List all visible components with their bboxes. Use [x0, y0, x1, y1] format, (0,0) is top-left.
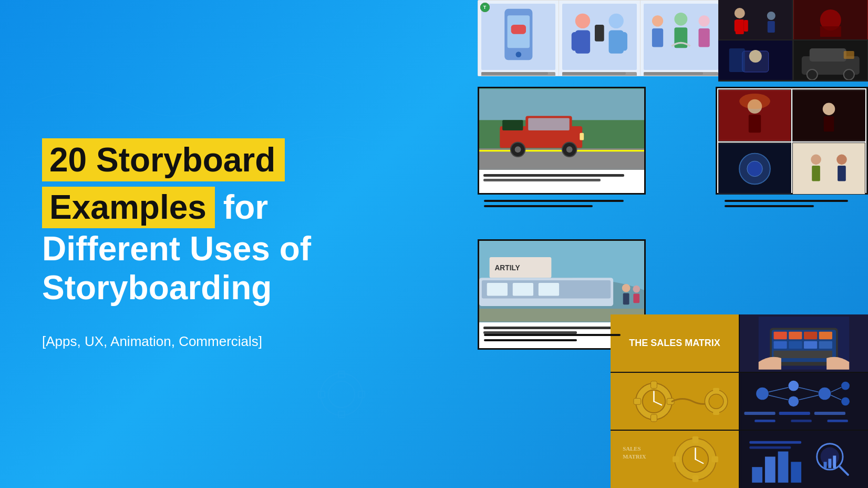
svg-rect-119 — [789, 341, 802, 349]
film-cell-1 — [718, 0, 793, 39]
subtitle-text: [Apps, UX, Animation, Commercials] — [42, 333, 446, 350]
svg-point-62 — [739, 94, 770, 109]
sales-matrix-chart-cell — [740, 431, 868, 488]
car-storyboard-caption — [479, 170, 644, 186]
svg-point-24 — [698, 15, 709, 26]
caption-line-1 — [483, 174, 624, 177]
svg-rect-65 — [824, 116, 834, 131]
ux-panel-img-1 — [481, 4, 556, 70]
caption-line-2 — [483, 179, 601, 181]
svg-point-139 — [788, 396, 799, 406]
svg-point-22 — [674, 13, 687, 26]
svg-rect-126 — [651, 381, 657, 388]
svg-text:SALES: SALES — [623, 445, 640, 452]
ux-panel-text-3 — [644, 72, 718, 76]
comic-storyboard-lines — [718, 196, 868, 211]
svg-rect-116 — [804, 332, 817, 339]
svg-rect-152 — [755, 420, 776, 422]
svg-point-11 — [515, 52, 521, 57]
svg-rect-25 — [698, 28, 709, 47]
svg-point-137 — [756, 387, 769, 400]
svg-rect-48 — [479, 150, 644, 151]
svg-rect-167 — [752, 467, 762, 483]
svg-rect-120 — [804, 341, 817, 349]
film-cell-4 — [793, 40, 868, 80]
svg-rect-35 — [820, 26, 841, 37]
svg-rect-134 — [713, 388, 719, 393]
svg-rect-177 — [749, 441, 801, 444]
ux-panel-2: S — [559, 1, 640, 76]
train-storyboard-image: ARTILY — [479, 241, 644, 322]
separator-line-1 — [484, 200, 624, 202]
svg-rect-47 — [479, 146, 644, 169]
svg-rect-58 — [502, 120, 523, 130]
svg-rect-32 — [768, 21, 775, 33]
svg-rect-71 — [812, 166, 820, 181]
svg-text:MATRIX: MATRIX — [623, 454, 646, 460]
comic-cell-1 — [718, 89, 791, 141]
svg-point-142 — [841, 397, 850, 405]
svg-rect-114 — [773, 332, 787, 339]
svg-rect-18 — [620, 32, 627, 50]
svg-rect-178 — [749, 446, 791, 449]
svg-point-64 — [823, 103, 835, 115]
ux-panel-text-1 — [481, 72, 556, 76]
headline-text-1: 20 Storyboard — [49, 141, 275, 179]
svg-point-83 — [622, 284, 630, 292]
svg-point-44 — [844, 69, 854, 80]
comic-cell-4 — [792, 143, 865, 195]
svg-rect-162 — [673, 456, 679, 463]
svg-rect-63 — [793, 91, 865, 140]
headline-row2: Examples for — [42, 187, 446, 228]
svg-rect-168 — [765, 457, 776, 483]
svg-rect-42 — [810, 48, 846, 62]
svg-rect-149 — [744, 412, 775, 415]
svg-rect-29 — [735, 20, 739, 32]
comic-storyboard-card — [716, 87, 868, 195]
svg-rect-12 — [511, 25, 525, 34]
svg-rect-26 — [719, 0, 792, 39]
sales-matrix-title: THE SALES MATRIX — [625, 333, 725, 353]
separator-line-6 — [484, 339, 577, 341]
svg-rect-39 — [729, 48, 745, 72]
svg-point-141 — [841, 381, 850, 390]
ux-panel-img-3 — [644, 4, 718, 70]
svg-point-31 — [767, 12, 776, 20]
svg-point-16 — [609, 14, 624, 28]
svg-rect-19 — [595, 25, 604, 42]
svg-point-140 — [819, 387, 831, 400]
svg-rect-69 — [793, 144, 865, 193]
svg-rect-80 — [487, 283, 507, 296]
ux-panel-3: T — [640, 1, 721, 76]
svg-rect-121 — [819, 341, 832, 349]
svg-rect-117 — [819, 332, 832, 339]
ux-storyboard-card: M — [478, 0, 722, 76]
separator-line-4 — [725, 205, 814, 207]
headline-block: 20 Storyboard Examples for Different Use… — [42, 138, 446, 307]
headline-for-text: for — [215, 189, 268, 226]
right-panel: M — [478, 0, 868, 488]
svg-rect-161 — [693, 475, 699, 482]
film-storyboard-grid — [718, 0, 868, 82]
svg-point-43 — [807, 69, 818, 80]
svg-rect-118 — [773, 341, 787, 349]
svg-rect-135 — [713, 410, 719, 415]
ux-panel-text-2 — [562, 72, 637, 76]
svg-rect-23 — [674, 27, 687, 48]
svg-point-85 — [633, 286, 640, 293]
svg-rect-61 — [749, 115, 761, 133]
svg-rect-153 — [791, 420, 812, 422]
comic-cell-3 — [718, 143, 791, 195]
left-panel: 20 Storyboard Examples for Different Use… — [0, 0, 478, 488]
svg-point-56 — [566, 146, 572, 152]
svg-point-13 — [575, 14, 590, 28]
film-cell-2 — [793, 0, 868, 39]
svg-rect-160 — [693, 436, 699, 443]
svg-point-133 — [709, 394, 724, 409]
ux-panel-img-2 — [562, 4, 637, 70]
svg-point-68 — [747, 161, 762, 176]
svg-point-138 — [788, 380, 799, 391]
svg-rect-115 — [789, 332, 802, 339]
svg-text:ARTILY: ARTILY — [494, 264, 520, 272]
svg-rect-154 — [827, 420, 848, 422]
